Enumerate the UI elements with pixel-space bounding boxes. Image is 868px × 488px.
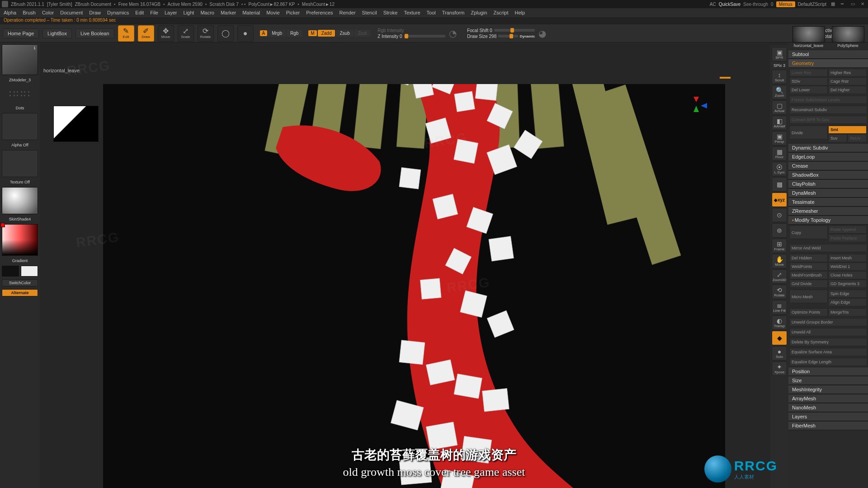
draw-size-slider[interactable] [498,35,518,38]
texture-slot[interactable] [2,150,38,177]
unweld-groups-border-button[interactable]: Unweld Groups Border [789,318,867,326]
grid-divide-button[interactable]: Grid Divide [789,280,828,288]
solo-button[interactable]: ●Solo [772,346,787,361]
insert-mesh-button[interactable]: Insert Mesh [828,254,867,262]
rotate-button[interactable]: ⟲Rotate [772,285,787,299]
dynamic-subdiv-header[interactable]: Dynamic Subdiv [788,143,868,152]
menu-item-picker[interactable]: Picker [286,10,300,15]
menu-item-draw[interactable]: Draw [89,10,101,15]
welddist-1-button[interactable]: WeldDist 1 [828,263,867,271]
gizmo-button[interactable]: ● [237,25,254,42]
position-header[interactable]: Position [788,367,868,376]
menu-item-marker[interactable]: Marker [221,10,236,15]
layout-icon[interactable]: ▦ [831,1,836,7]
del-lower-button[interactable]: Del Lower [789,86,828,94]
nanomesh-header[interactable]: NanoMesh [788,403,868,412]
menu-item-file[interactable]: File [150,10,158,15]
zcut-button[interactable]: Zcut [354,30,370,37]
copy-button[interactable]: Copy [789,225,828,239]
ghost-button[interactable]: ◆ [772,331,787,345]
zremesher-header[interactable]: ZRemesher [788,206,868,216]
cage-rstr-button[interactable]: Cage Rstr [828,77,867,85]
m-flag[interactable]: M [308,30,316,36]
del-hidden-button[interactable]: Del Hidden [789,254,828,262]
lsym-button[interactable]: ⦿L.Sym [772,162,787,176]
swatch-black[interactable] [2,266,19,277]
edit-mode-button[interactable]: ✎Edit [118,25,134,42]
color-picker[interactable] [2,224,38,256]
equalize-edge-length-button[interactable]: Equalize Edge Length [789,358,867,366]
persp-button[interactable]: ▣Persp [772,131,787,145]
minimize-icon[interactable]: ━ [841,1,846,7]
suv-button[interactable]: Suv [828,134,847,142]
menu-item-stencil[interactable]: Stencil [362,10,377,15]
dynamesh-header[interactable]: DynaMesh [788,188,868,197]
menu-item-tool[interactable]: Tool [427,10,436,15]
tool-thumb-left[interactable]: horizontal_leave [790,26,827,48]
sculptris-button[interactable]: ◯ [217,25,234,42]
divide-button[interactable]: Divide [789,126,828,139]
camview1-button[interactable]: ⊙ [772,208,787,222]
frame-button[interactable]: ⊞Frame [772,239,787,253]
maximize-icon[interactable]: ▭ [851,1,856,7]
linefill-button[interactable]: ≣Line Fill [772,300,787,314]
spin-edge-button[interactable]: Spin Edge [828,290,867,298]
size-header[interactable]: Size [788,376,868,385]
lightbox-button[interactable]: LightBox [42,28,72,38]
layers-header[interactable]: Layers [788,412,868,421]
mrgb-button[interactable]: Mrgb [268,30,286,37]
default-zscript[interactable]: DefaultZScript [798,2,826,7]
menu-item-dynamics[interactable]: Dynamics [107,10,129,15]
menu-item-layer[interactable]: Layer [165,10,177,15]
equalize-surface-area-button[interactable]: Equalize Surface Area [789,348,867,356]
convert-bpr-button[interactable]: Convert BPR To Geo [789,116,867,124]
move-mode-button[interactable]: ✥Move [158,25,174,42]
smt-button[interactable]: Smt [828,126,867,134]
gd-segments-3-button[interactable]: GD Segments 3 [828,280,867,288]
paste-replace-button[interactable]: Paste Replace [828,234,867,242]
alpha-slot[interactable] [2,113,38,140]
close-holes-button[interactable]: Close Holes [828,271,867,279]
reuv-button[interactable]: ReUV [848,134,867,142]
close-icon[interactable]: ✕ [861,1,866,7]
z-intensity-slider[interactable] [404,35,446,38]
brush-dial-icon[interactable]: ◕ [538,28,546,39]
stroke-dots-icon[interactable]: ∷∷∷ [9,88,31,100]
home-page-button[interactable]: Home Page [3,28,39,38]
move-button[interactable]: ✋Move [772,254,787,268]
material-ball[interactable] [2,187,38,214]
dynamic-label[interactable]: Dynamic [520,34,535,38]
delete-by-symmetry-button[interactable]: Delete By Symmetry [789,338,867,346]
brush-thumb[interactable]: 1 [2,44,38,75]
zadd-button[interactable]: Zadd [318,30,335,37]
quicksave-button[interactable]: QuickSave [719,2,741,7]
alternate-button[interactable]: Alternate [2,289,38,296]
reconstruct-subdiv-button[interactable]: Reconstruct Subdiv [789,106,867,114]
meshfrombrush-button[interactable]: MeshFromBrush [789,271,828,279]
modify-topology-header[interactable]: •Modify Topology [788,216,868,225]
edgeloop-header[interactable]: EdgeLoop [788,152,868,161]
actual-button[interactable]: ▢Actual [772,100,787,115]
menu-item-transform[interactable]: Transform [442,10,465,15]
freeze-subdiv-button[interactable]: Freeze SubDivision Levels [789,96,867,104]
focal-shift-slider[interactable] [494,29,535,32]
menu-item-macro[interactable]: Macro [200,10,214,15]
transp-button[interactable]: ◐Transp [772,315,787,330]
viewport[interactable] [103,84,725,488]
micro-mesh-button[interactable]: Micro Mesh [789,290,828,303]
crease-header[interactable]: Crease [788,161,868,170]
zsub-button[interactable]: Zsub [336,30,353,37]
higher-res-button[interactable]: Higher Res [828,69,867,77]
claypolish-header[interactable]: ClayPolish [788,179,868,188]
menu-item-color[interactable]: Color [42,10,54,15]
camview2-button[interactable]: ⊚ [772,223,787,238]
menu-item-light[interactable]: Light [184,10,194,15]
zoom3d-button[interactable]: ⤢Zoom3D [772,269,787,284]
xpose-button[interactable]: ✦Xpose [772,361,787,376]
scale-mode-button[interactable]: ⤢Scale [178,25,194,42]
tool-thumb-right[interactable]: PolySphere [830,26,866,48]
live-boolean-button[interactable]: Live Boolean [75,28,114,38]
geometry-header[interactable]: Geometry [788,59,868,68]
sdiv-button[interactable]: SDiv [789,77,828,85]
meshintegrity-header[interactable]: MeshIntegrity [788,385,868,394]
